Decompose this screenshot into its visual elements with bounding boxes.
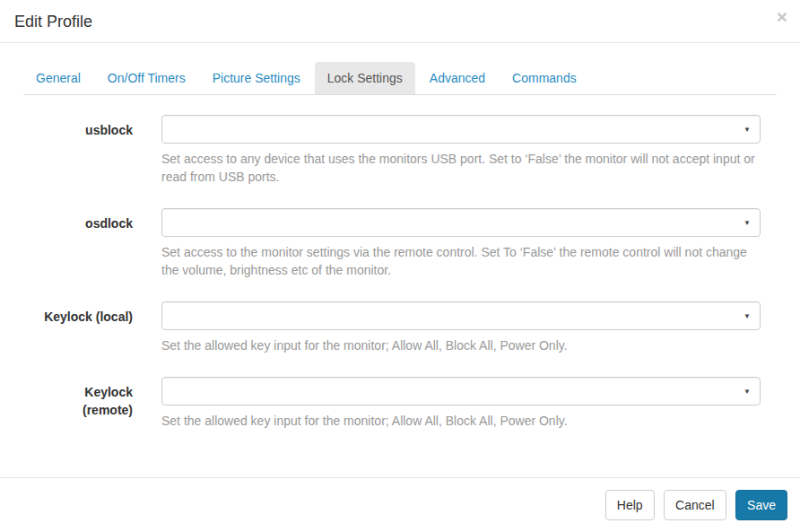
form-group-usblock: usblock ▼ Set access to any device that … xyxy=(23,115,777,186)
close-icon[interactable]: × xyxy=(777,7,787,26)
form-group-keylock-remote: Keylock (remote) ▼ Set the allowed key i… xyxy=(23,377,777,430)
osdlock-help-text: Set access to the monitor settings via t… xyxy=(161,243,761,279)
page-title: Edit Profile xyxy=(14,12,786,31)
tab-advanced[interactable]: Advanced xyxy=(417,62,498,94)
dialog-footer: Help Cancel Save xyxy=(0,477,800,532)
tab-bar: General On/Off Timers Picture Settings L… xyxy=(23,62,777,95)
tab-picture-settings[interactable]: Picture Settings xyxy=(200,62,313,94)
edit-profile-dialog: Edit Profile × General On/Off Timers Pic… xyxy=(0,0,800,532)
dialog-header: Edit Profile × xyxy=(0,0,800,43)
usblock-label: usblock xyxy=(23,115,133,186)
keylock-local-select[interactable]: ▼ xyxy=(161,301,761,330)
keylock-local-label: Keylock (local) xyxy=(23,301,133,354)
osdlock-select-value xyxy=(162,209,760,220)
form-group-osdlock: osdlock ▼ Set access to the monitor sett… xyxy=(23,208,777,279)
keylock-remote-select[interactable]: ▼ xyxy=(161,377,761,406)
tab-general[interactable]: General xyxy=(23,62,93,94)
help-button[interactable]: Help xyxy=(605,490,655,520)
usblock-help-text: Set access to any device that uses the m… xyxy=(161,150,761,186)
tab-onoff-timers[interactable]: On/Off Timers xyxy=(95,62,198,94)
keylock-remote-help-text: Set the allowed key input for the monito… xyxy=(161,412,761,430)
lock-settings-form: usblock ▼ Set access to any device that … xyxy=(23,115,777,430)
save-button[interactable]: Save xyxy=(735,490,787,520)
keylock-local-help-text: Set the allowed key input for the monito… xyxy=(161,336,761,354)
osdlock-select[interactable]: ▼ xyxy=(161,208,761,237)
keylock-remote-label: Keylock (remote) xyxy=(23,377,133,430)
cancel-button[interactable]: Cancel xyxy=(664,490,726,520)
usblock-select[interactable]: ▼ xyxy=(161,115,761,144)
dialog-body: General On/Off Timers Picture Settings L… xyxy=(0,43,800,430)
keylock-remote-select-value xyxy=(162,378,760,388)
tab-commands[interactable]: Commands xyxy=(500,62,589,94)
tab-lock-settings[interactable]: Lock Settings xyxy=(315,62,415,94)
keylock-local-select-value xyxy=(162,302,760,313)
osdlock-label: osdlock xyxy=(23,208,133,279)
form-group-keylock-local: Keylock (local) ▼ Set the allowed key in… xyxy=(23,301,777,354)
usblock-select-value xyxy=(162,116,760,126)
